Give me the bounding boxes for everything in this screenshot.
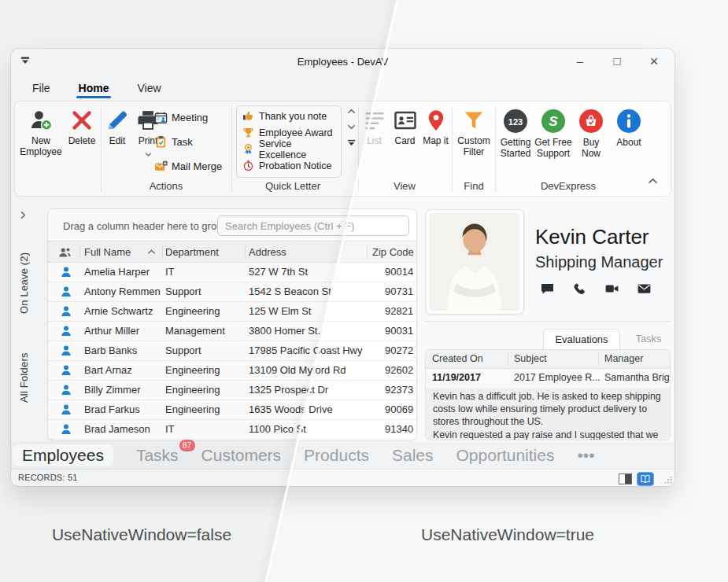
evaluations-header: Created On Subject Manager <box>426 350 670 369</box>
devexpress-button[interactable]: Buy Now <box>572 106 610 159</box>
cell-full-name: Antony Remmen <box>84 285 161 297</box>
grid-rows: Amelia Harper IT 527 W 7th St 90014 Anto… <box>48 263 416 440</box>
person-icon <box>60 325 72 337</box>
eval-column-created-on[interactable]: Created On <box>432 353 483 364</box>
minimize-button[interactable]: – <box>574 52 586 71</box>
cell-zip-code: 92821 <box>385 305 413 317</box>
search-input[interactable] <box>217 215 409 236</box>
group-label-find: Find <box>450 180 497 192</box>
devexpress-group: 123 Getting Started S Get Free Support B… <box>497 106 648 159</box>
menu-item[interactable]: Home <box>76 82 112 94</box>
custom-filter-button[interactable]: Custom Filter <box>450 106 497 157</box>
table-row[interactable]: Amelia Harper IT 527 W 7th St 90014 <box>48 263 416 282</box>
close-button[interactable]: × <box>648 52 660 71</box>
evaluation-row[interactable]: 11/19/2017 2017 Employee R... Samantha B… <box>426 369 670 388</box>
cell-department: Engineering <box>165 364 220 376</box>
note-paragraph: Kevin requested a pay raise and I sugges… <box>433 429 663 440</box>
view-group-button[interactable]: Card <box>390 106 420 146</box>
cell-zip-code: 92373 <box>385 384 413 396</box>
table-row[interactable]: Barb Banks Support 17985 Pacific Coast H… <box>48 341 416 361</box>
sidebar-item-on-leave[interactable]: On Leave (2) <box>18 235 30 314</box>
cell-full-name: Brad Jameson <box>84 423 150 435</box>
cell-zip-code: 90014 <box>385 266 413 278</box>
module-nav-item[interactable]: Products <box>304 446 369 465</box>
book-icon <box>640 474 651 484</box>
quick-letter-icon <box>242 143 254 155</box>
phone-icon[interactable] <box>572 282 587 296</box>
quick-letter-item[interactable]: Thank you note <box>237 108 341 124</box>
ribbon-small-button[interactable]: Task <box>154 132 242 151</box>
column-header-address[interactable]: Address <box>249 246 286 258</box>
quick-letter-icon <box>242 110 254 122</box>
split-view-icon[interactable] <box>619 473 632 484</box>
table-row[interactable]: Brad Farkus Engineering 1635 Woods Drive… <box>48 400 416 420</box>
quick-letter-item[interactable]: Service Excellence <box>237 141 341 157</box>
table-row[interactable]: Bart Arnaz Engineering 13109 Old Myford … <box>48 361 416 381</box>
status-bar: RECORDS: 51 <box>11 469 674 486</box>
eval-manager: Samantha Bright <box>604 372 671 383</box>
caption-usenativewindow-false: UseNativeWindow=false <box>28 525 256 544</box>
employee-name: Kevin Carter <box>535 225 649 249</box>
devexpress-button-icon <box>616 109 641 134</box>
tab-tasks[interactable]: Tasks <box>631 329 666 349</box>
new-employee-button[interactable]: New Employee <box>18 106 64 157</box>
devexpress-button-icon: 123 <box>503 109 528 134</box>
grid-header: Full Name Department Address Zip Code <box>48 241 416 263</box>
table-row[interactable]: Antony Remmen Support 1542 S Beacon St 9… <box>48 282 416 302</box>
devexpress-button[interactable]: 123 Getting Started <box>497 106 534 159</box>
group-by-hint[interactable]: Drag a column header here to grou... <box>63 220 231 232</box>
menu-item[interactable]: View <box>135 82 163 94</box>
quick-letter-item[interactable]: Probation Notice <box>237 157 341 174</box>
column-header-full-name[interactable]: Full Name <box>84 246 131 258</box>
module-nav-item[interactable]: ••• <box>577 446 594 465</box>
group-label-devexpress: DevExpress <box>521 180 615 192</box>
table-row[interactable]: Arnie Schwartz Engineering 125 W Elm St … <box>48 302 416 322</box>
people-column-icon[interactable] <box>57 245 72 260</box>
module-nav-item[interactable]: Customers <box>201 446 282 465</box>
eval-column-manager[interactable]: Manager <box>604 353 643 364</box>
table-row[interactable]: Arthur Miller Management 3800 Homer St. … <box>48 322 416 341</box>
cell-address: 3800 Homer St. <box>249 325 320 337</box>
table-row[interactable]: Brad Jameson IT 1100 Pico St 91340 <box>48 420 416 440</box>
module-nav-item[interactable]: Opportunities <box>456 446 555 465</box>
tab-evaluations[interactable]: Evaluations <box>543 329 620 349</box>
cell-full-name: Barb Banks <box>84 344 137 356</box>
maximize-button[interactable]: □ <box>611 52 623 71</box>
mail-icon[interactable] <box>637 282 652 296</box>
module-nav-item[interactable]: Sales <box>392 446 434 465</box>
gallery-dropdown-icon[interactable] <box>347 139 356 146</box>
column-header-zip-code[interactable]: Zip Code <box>372 246 414 258</box>
devexpress-button-icon: S <box>541 109 566 134</box>
devexpress-button[interactable]: S Get Free Support <box>534 106 572 159</box>
table-row[interactable]: Billy Zimmer Engineering 1325 Prospect D… <box>48 381 416 400</box>
employee-photo <box>425 209 524 315</box>
view-group-button[interactable]: List <box>359 106 390 146</box>
column-header-department[interactable]: Department <box>165 246 219 258</box>
ribbon-small-button[interactable]: Mail Merge <box>154 157 242 175</box>
eval-column-subject[interactable]: Subject <box>514 353 547 364</box>
chat-icon[interactable] <box>540 282 555 296</box>
person-icon <box>60 344 72 357</box>
sidebar-item-all-folders[interactable]: All Folders <box>18 326 30 403</box>
delete-icon <box>70 109 94 132</box>
gallery-scroll-up-icon[interactable] <box>347 108 356 115</box>
person-icon <box>60 285 72 298</box>
cell-zip-code: 90731 <box>385 285 413 297</box>
ribbon-small-button[interactable]: Meeting <box>154 108 242 127</box>
view-group-button[interactable]: Map it <box>420 106 451 146</box>
video-icon[interactable] <box>604 282 619 296</box>
menu-item[interactable]: File <box>30 82 53 94</box>
reading-view-button[interactable] <box>637 472 654 486</box>
module-nav-item[interactable]: Tasks 87 <box>136 446 179 465</box>
small-action-icon <box>154 111 168 124</box>
sidebar-expand-icon[interactable] <box>19 211 28 219</box>
print-dropdown-icon <box>145 152 152 157</box>
cell-full-name: Bart Arnaz <box>84 364 132 376</box>
cell-department: Management <box>165 325 225 337</box>
ribbon-collapse-icon[interactable] <box>648 177 658 185</box>
devexpress-button[interactable]: About <box>610 106 648 159</box>
resize-grip[interactable] <box>664 476 672 484</box>
gallery-scroll-down-icon[interactable] <box>347 123 356 131</box>
module-nav-item[interactable]: Employees <box>13 444 113 466</box>
cell-zip-code: 91340 <box>385 423 413 435</box>
